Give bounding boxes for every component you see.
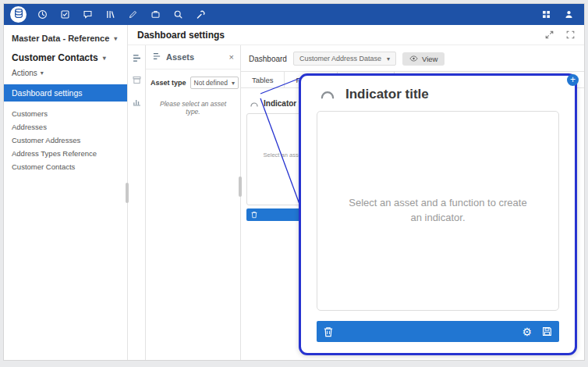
topbar-icon-group <box>37 9 207 20</box>
chevron-down-icon: ▾ <box>232 80 235 87</box>
panel-splitter-handle[interactable] <box>126 183 129 203</box>
eye-icon <box>409 55 418 63</box>
user-icon[interactable] <box>563 9 575 20</box>
comment-icon[interactable] <box>82 9 94 20</box>
gear-icon[interactable]: ⚙ <box>522 326 532 337</box>
panel-splitter-handle[interactable] <box>239 176 242 197</box>
window-controls <box>545 30 575 39</box>
asset-type-row: Asset type Not defined ▾ <box>146 69 240 92</box>
sidebar: Master Data - Reference ▾ Customer Conta… <box>4 25 128 360</box>
chevron-down-icon: ▾ <box>103 55 106 62</box>
fullscreen-icon[interactable] <box>566 30 575 39</box>
wrench-icon[interactable] <box>195 9 207 20</box>
topbar-right-icons <box>540 9 575 20</box>
sidebar-item-customer-contacts[interactable]: Customer Contacts <box>4 160 127 173</box>
clock-icon[interactable] <box>37 9 48 20</box>
assets-panel-header: Assets × <box>146 45 240 69</box>
gauge-icon <box>318 87 337 102</box>
page-title: Dashboard settings <box>137 30 225 41</box>
dashboard-select-value: Customer Address Datase <box>299 55 381 62</box>
indicator-action-bar: ⚙ <box>317 321 559 342</box>
dashboard-toolbar: Dashboard Customer Address Datase ▾ View <box>241 45 584 71</box>
indicator-title: Indicator title <box>345 87 429 102</box>
expand-icon[interactable] <box>545 30 554 39</box>
library-icon[interactable] <box>104 9 116 20</box>
trash-icon[interactable] <box>324 326 333 337</box>
chart-icon[interactable] <box>131 96 143 108</box>
sidebar-item-address-types-reference[interactable]: Address Types Reference <box>4 147 127 160</box>
indicator-zoom-overlay: Indicator title Select an asset and a fu… <box>299 73 577 355</box>
dashboard-label: Dashboard <box>249 55 287 63</box>
tab-label: Tables <box>252 76 273 84</box>
close-icon[interactable]: × <box>229 53 234 62</box>
asset-type-select[interactable]: Not defined ▾ <box>190 77 239 89</box>
assets-icon <box>152 50 161 64</box>
tool-icon-strip <box>128 45 145 360</box>
dataset-selector[interactable]: Customer Contacts ▾ <box>4 45 127 65</box>
package-icon[interactable] <box>131 74 143 86</box>
chevron-down-icon: ▾ <box>114 35 117 42</box>
actions-label: Actions <box>12 69 37 77</box>
workspace-label: Master Data - Reference <box>12 34 109 43</box>
add-tab-button[interactable]: + <box>567 74 579 86</box>
save-icon[interactable] <box>542 326 552 337</box>
sidebar-item-customers[interactable]: Customers <box>4 107 127 120</box>
indicator-widget-header: Indicator title <box>317 85 559 111</box>
hierarchy-icon[interactable] <box>131 52 143 64</box>
app-grid-icon[interactable] <box>540 9 552 20</box>
trash-icon[interactable] <box>251 211 257 219</box>
asset-type-label: Asset type <box>151 79 186 87</box>
view-button-label: View <box>422 55 437 63</box>
page: Master Data - Reference ▾ Customer Conta… <box>0 0 588 367</box>
dataset-label: Customer Contacts <box>12 52 98 63</box>
main-header: Dashboard settings <box>128 25 584 45</box>
gauge-icon <box>250 96 259 110</box>
assets-empty-message: Please select an asset type. <box>146 92 240 123</box>
dashboard-select[interactable]: Customer Address Datase ▾ <box>293 52 396 66</box>
asset-type-value: Not defined <box>194 79 228 87</box>
sidebar-nav-list: Customers Addresses Customer Addresses A… <box>4 102 127 179</box>
assets-panel-title: Assets <box>166 52 225 62</box>
indicator-placeholder: Select an asset and a function to create… <box>346 196 530 226</box>
toolbox-icon[interactable] <box>150 9 161 20</box>
app-logo[interactable] <box>10 6 27 23</box>
sidebar-item-customer-addresses[interactable]: Customer Addresses <box>4 134 127 147</box>
view-button[interactable]: View <box>402 52 445 66</box>
actions-menu[interactable]: Actions ▾ <box>4 65 127 84</box>
indicator-body: Select an asset and a function to create… <box>317 111 559 311</box>
database-icon <box>13 8 24 22</box>
chevron-down-icon: ▾ <box>387 55 390 62</box>
sidebar-item-addresses[interactable]: Addresses <box>4 120 127 134</box>
top-navigation-bar <box>4 4 584 25</box>
tasks-icon[interactable] <box>59 9 71 20</box>
assets-panel: Assets × Asset type Not defined ▾ Please… <box>145 45 241 360</box>
sidebar-item-dashboard-settings[interactable]: Dashboard settings <box>4 84 127 102</box>
workspace-selector[interactable]: Master Data - Reference ▾ <box>4 28 127 45</box>
search-icon[interactable] <box>172 9 184 20</box>
chevron-down-icon: ▾ <box>41 69 44 77</box>
tab-tables[interactable]: Tables <box>241 72 285 87</box>
pen-icon[interactable] <box>127 9 139 20</box>
